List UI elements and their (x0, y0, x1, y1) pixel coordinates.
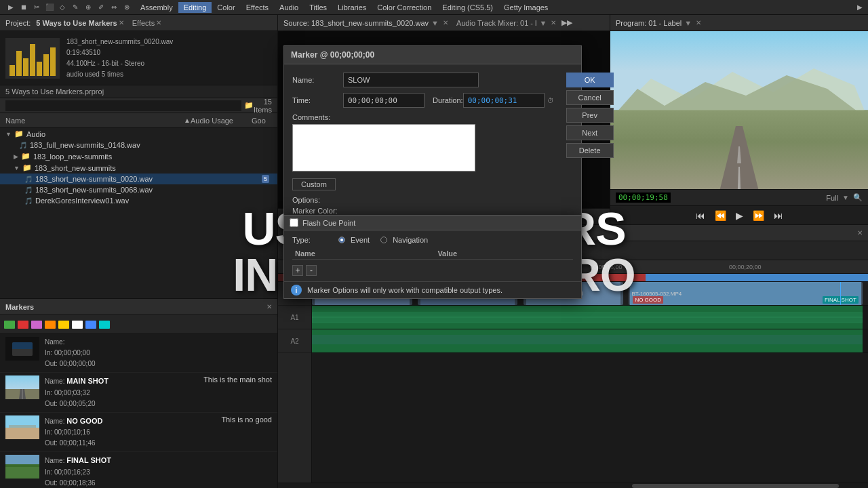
tool-icon-6[interactable]: ✎ (70, 2, 81, 13)
duration-label: Duration: (433, 96, 463, 104)
dialog-buttons: OK Cancel Prev Next Delete (566, 73, 614, 227)
next-button[interactable]: Next (566, 125, 614, 140)
dialog-title-bar: Marker @ 00;00;00;00 (284, 46, 581, 64)
value-col-header: Value (435, 248, 573, 260)
menu-color-correction[interactable]: Color Correction (372, 2, 437, 13)
name-label: Name: (292, 76, 343, 84)
event-radio[interactable] (338, 237, 345, 243)
dialog-time-row: Time: Duration: ⏱ (292, 93, 554, 108)
comments-section: Comments: (292, 113, 554, 173)
time-label: Time: (292, 96, 343, 104)
flash-cue-label: Flash Cue Point (302, 219, 355, 227)
tool-icon-2[interactable]: ⏹ (18, 2, 29, 13)
info-bar: i Marker Options will only work with com… (284, 281, 581, 298)
navigation-label: Navigation (393, 236, 428, 244)
tool-icon-5[interactable]: ◇ (57, 2, 68, 13)
duration-input[interactable] (463, 93, 545, 108)
comments-textarea[interactable] (292, 124, 475, 171)
add-row-button[interactable]: + (292, 265, 303, 276)
table-row (292, 260, 573, 263)
tool-icon-1[interactable]: ▶ (5, 2, 16, 13)
dialog-form: Name: Time: Duration: ⏱ Comments: (292, 73, 554, 227)
marker-color-label: Marker Color: (292, 207, 554, 215)
flash-cue-table: Name Value (292, 248, 573, 262)
menu-audio[interactable]: Audio (274, 2, 304, 13)
remove-row-button[interactable]: - (306, 265, 317, 276)
dialog-body: Name: Time: Duration: ⏱ Comments: (284, 64, 581, 235)
comments-label: Comments: (292, 113, 554, 121)
empty-name-cell (292, 260, 435, 263)
top-menu-bar: ▶ ⏹ ✂ ⬛ ◇ ✎ ⊕ ✐ ⇔ ⊗ Assembly Editing Col… (0, 0, 868, 15)
menu-getty[interactable]: Getty Images (498, 2, 553, 13)
options-section-header: Flash Cue Point (284, 216, 581, 230)
cancel-button[interactable]: Cancel (566, 90, 614, 105)
ok-button[interactable]: OK (566, 73, 614, 87)
options-label-text: Options: (292, 196, 554, 204)
marker-dialog: Marker @ 00;00;00;00 Name: Time: Duratio… (283, 45, 582, 236)
tool-icon-3[interactable]: ✂ (31, 2, 42, 13)
event-label: Event (351, 236, 370, 244)
duration-clock-icon[interactable]: ⏱ (547, 97, 554, 104)
time-input[interactable] (343, 93, 425, 108)
menu-color[interactable]: Color (212, 2, 240, 13)
navigation-radio[interactable] (380, 237, 387, 243)
dialog-overlay: Marker @ 00;00;00;00 Name: Time: Duratio… (0, 15, 868, 488)
main-layout: Project: 5 Ways to Use Markers ✕ Effects… (0, 15, 868, 488)
type-row: Type: Event Navigation (292, 236, 573, 244)
menu-assembly[interactable]: Assembly (135, 2, 178, 13)
custom-tab-area: Custom (292, 176, 554, 190)
toolbar-icons: ▶ ⏹ ✂ ⬛ ◇ ✎ ⊕ ✐ ⇔ ⊗ (3, 2, 135, 13)
tool-icon-9[interactable]: ⇔ (108, 2, 119, 13)
tool-icon-8[interactable]: ✐ (96, 2, 106, 13)
flash-cue-body: Type: Event Navigation Name Value (284, 230, 581, 281)
radio-dot (340, 239, 343, 241)
menu-editing-cs55[interactable]: Editing (CS5.5) (437, 2, 498, 13)
menu-effects[interactable]: Effects (241, 2, 274, 13)
menu-titles[interactable]: Titles (304, 2, 332, 13)
tool-icon-7[interactable]: ⊕ (83, 2, 94, 13)
empty-value-cell (435, 260, 573, 263)
dialog-main-area: Name: Time: Duration: ⏱ Comments: (292, 73, 573, 227)
flash-cue-section: Flash Cue Point Type: Event Navigation N… (283, 215, 582, 299)
add-remove-buttons: + - (292, 265, 573, 276)
name-col-header: Name (292, 248, 435, 260)
info-icon: i (291, 285, 302, 296)
delete-button[interactable]: Delete (566, 143, 614, 158)
type-label: Type: (292, 236, 333, 244)
menu-editing[interactable]: Editing (178, 2, 212, 13)
dialog-name-row: Name: (292, 73, 554, 87)
menu-libraries[interactable]: Libraries (332, 2, 372, 13)
info-text: Marker Options will only work with compa… (307, 286, 502, 294)
prev-button[interactable]: Prev (566, 108, 614, 123)
more-icon[interactable]: ▶ (854, 2, 865, 13)
tool-icon-10[interactable]: ⊗ (121, 2, 132, 13)
name-input[interactable] (343, 73, 479, 87)
custom-tab[interactable]: Custom (292, 178, 336, 190)
tool-icon-4[interactable]: ⬛ (44, 2, 55, 13)
flash-cue-checkbox[interactable] (290, 218, 298, 227)
